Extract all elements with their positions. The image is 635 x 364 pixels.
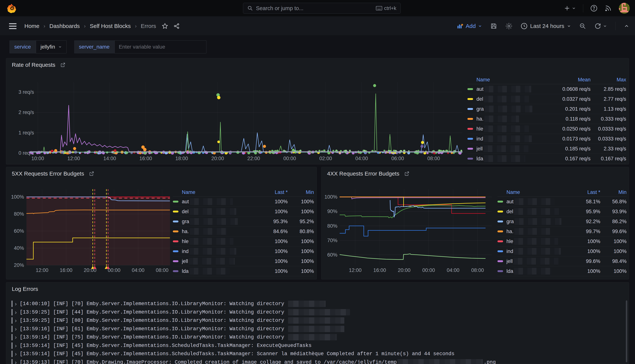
plus-icon (564, 5, 570, 12)
legend-row[interactable]: jell100%100% (173, 256, 314, 266)
breadcrumb-folder[interactable]: Self Host Blocks (90, 23, 131, 29)
legend-row[interactable]: ind100%100% (173, 246, 314, 256)
time-range-picker[interactable]: Last 24 hours (521, 23, 571, 30)
legend-row[interactable]: hle0.0250 req/s0.0333 req/s (467, 124, 626, 134)
legend-row[interactable]: gra0.201 req/s1.13 req/s (467, 104, 626, 114)
legend-row[interactable]: ha.0.118 req/s0.333 req/s (467, 114, 626, 124)
logs-scrollbar[interactable] (626, 300, 627, 362)
legend-row[interactable]: aut0.0608 req/s2.85 req/s (467, 84, 626, 94)
svg-text:40%: 40% (14, 245, 24, 251)
log-line[interactable]: ›[13:59:14] [INF] [75] Emby.Server.Imple… (12, 333, 620, 342)
legend-row[interactable]: jell0.185 req/s2.33 req/s (467, 144, 626, 154)
log-line[interactable]: ›[13:59:14] [INF] [45] Emby.Server.Imple… (12, 342, 620, 350)
legend-row[interactable]: gra92.2%86.2% (497, 216, 626, 226)
redacted-name (514, 218, 561, 225)
menu-toggle-button[interactable] (9, 22, 17, 30)
legend-row[interactable]: ind0.0173 req/s0.0333 req/s (467, 134, 626, 144)
favorite-button[interactable] (162, 23, 168, 29)
redacted-name (484, 136, 532, 142)
breadcrumb-current: Errors (141, 23, 156, 29)
log-line[interactable]: ›[13:59:14] [INF] [45] Emby.Server.Imple… (12, 350, 620, 358)
variable-service-select[interactable]: jellyfin (36, 40, 67, 54)
svg-text:16:00: 16:00 (60, 268, 73, 273)
panel-title-logs[interactable]: Log Errors (12, 286, 38, 292)
redacted-name (189, 238, 233, 245)
log-line[interactable]: ›[13:59:25] [INF] [80] Emby.Server.Imple… (12, 316, 620, 325)
legend-row[interactable]: aut58.1%56.8% (497, 197, 626, 207)
svg-text:20%: 20% (14, 262, 24, 268)
expand-chevron-icon: › (15, 359, 17, 364)
add-panel-icon (457, 23, 463, 29)
legend-row[interactable]: jell99.6%98.4% (497, 256, 626, 266)
legend-row[interactable]: ha.84.6%80.8% (173, 226, 314, 236)
zoom-out-icon (579, 23, 586, 30)
legend-row[interactable]: lda100%100% (173, 266, 314, 276)
svg-text:100%: 100% (11, 194, 24, 200)
log-level-bar (12, 359, 13, 364)
top-nav-bar: Search or jump to... ctrl+k (0, 0, 635, 16)
keyboard-icon (376, 6, 382, 11)
refresh-button[interactable] (594, 23, 607, 30)
dashboard-settings-button[interactable] (505, 22, 512, 30)
redacted-name (189, 268, 230, 274)
redacted-name (484, 116, 519, 122)
avatar[interactable] (619, 3, 630, 14)
search-input[interactable]: Search or jump to... ctrl+k (243, 3, 401, 14)
legend-row[interactable]: hle100%100% (497, 236, 626, 246)
breadcrumb-home[interactable]: Home (25, 23, 40, 29)
legend-row[interactable]: del0.0327 req/s2.77 req/s (467, 94, 626, 104)
refresh-icon (594, 23, 601, 30)
redacted-name (484, 96, 529, 102)
share-button[interactable] (173, 23, 180, 29)
redacted-name (484, 126, 529, 132)
legend-row[interactable]: ha.99.7%99.6% (497, 226, 626, 236)
log-level-bar (12, 334, 13, 340)
legend-row[interactable]: aut100%100% (173, 197, 314, 207)
legend-row[interactable]: gra95.3%95.2% (173, 216, 314, 226)
breadcrumb-dashboards[interactable]: Dashboards (49, 23, 80, 29)
svg-text:12:00: 12:00 (349, 268, 362, 273)
expand-chevron-icon: › (15, 334, 17, 340)
dashboard-toolbar: Home › Dashboards › Self Host Blocks › E… (0, 17, 635, 36)
log-level-bar (12, 326, 13, 332)
legend-row[interactable]: del95.9%93.9% (497, 207, 626, 216)
rss-icon (604, 5, 612, 12)
expand-chevron-icon: › (15, 317, 17, 324)
legend-row[interactable]: lda100%100% (497, 266, 626, 276)
log-line[interactable]: ›[13:59:16] [INF] [61] Emby.Server.Imple… (12, 325, 620, 333)
panel-log-errors: Log Errors ›[14:00:10] [INF] [70] Emby.S… (6, 282, 629, 364)
legend-row[interactable]: hle100%100% (173, 236, 314, 246)
save-icon (490, 23, 497, 30)
new-button[interactable] (564, 5, 576, 12)
log-line[interactable]: ›[13:59:13] [INF] [70] Emby.Drawing.Imag… (12, 358, 620, 364)
add-panel-button[interactable]: Add (457, 23, 482, 29)
news-button[interactable] (604, 5, 612, 12)
redacted-name (514, 208, 559, 215)
expand-chevron-icon: › (15, 309, 17, 316)
svg-text:00:00: 00:00 (422, 268, 435, 273)
grafana-logo[interactable] (7, 3, 17, 14)
star-icon (162, 23, 168, 29)
svg-text:14:00: 14:00 (103, 156, 116, 161)
log-lines-list: ›[14:00:10] [INF] [70] Emby.Server.Imple… (12, 300, 620, 364)
help-button[interactable] (590, 5, 597, 12)
save-dashboard-button[interactable] (490, 23, 497, 30)
svg-text:04:00: 04:00 (447, 268, 459, 273)
log-level-bar (12, 300, 13, 307)
log-line[interactable]: ›[13:59:25] [INF] [44] Emby.Server.Imple… (12, 308, 620, 316)
legend-row[interactable]: lda0.167 req/s0.167 req/s (467, 154, 626, 164)
svg-text:90%: 90% (327, 208, 337, 214)
log-line[interactable]: ›[14:00:10] [INF] [70] Emby.Server.Imple… (12, 300, 620, 308)
svg-text:08:00: 08:00 (427, 156, 440, 161)
legend-row[interactable]: ind100%100% (497, 246, 626, 256)
legend-row[interactable]: del100%100% (173, 207, 314, 216)
redacted-text (288, 326, 344, 332)
zoom-out-button[interactable] (579, 23, 586, 30)
divider (583, 4, 583, 12)
expand-chevron-icon: › (15, 342, 17, 349)
collapse-toolbar-button[interactable] (624, 23, 629, 29)
redacted-name (190, 228, 227, 235)
share-icon (173, 23, 180, 29)
redacted-text (397, 359, 483, 364)
variable-server-name-input[interactable] (115, 40, 206, 54)
